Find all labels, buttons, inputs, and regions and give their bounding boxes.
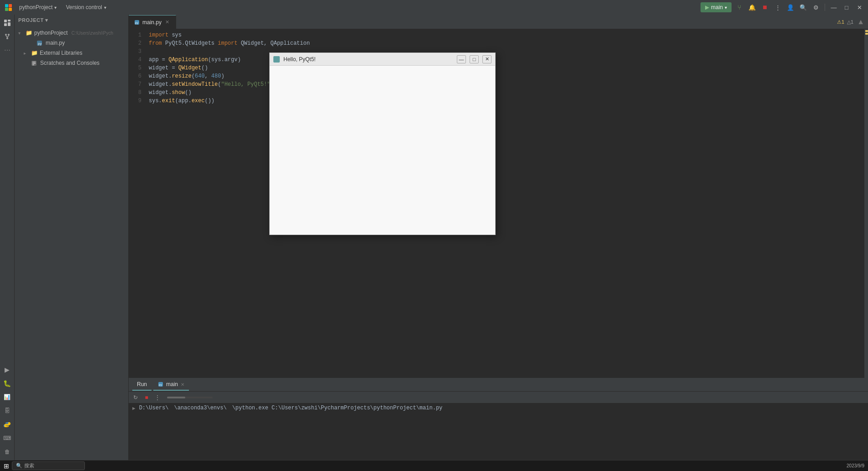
run-label: main [711, 4, 723, 10]
project-name: pythonProject [19, 4, 52, 10]
svg-rect-7 [8, 22, 10, 26]
activity-run-icon[interactable]: ▶ [1, 363, 14, 376]
activity-bar: ⋯ ▶ 🐛 📊 🗄 ⌨ 🗑 [0, 15, 15, 460]
scratches-icon [31, 60, 37, 66]
tab-close-button[interactable]: ✕ [164, 19, 170, 25]
ext-folder-icon: 📁 [31, 50, 38, 56]
editor-area: py main.py ✕ ⚠1 △1 ▲ 1 2 3 4 5 [129, 15, 868, 460]
tree-item-scratches[interactable]: ▸ Scratches and Consoles [15, 58, 128, 68]
activity-delete-icon[interactable]: 🗑 [1, 445, 14, 458]
project-folder-label: pythonProject [34, 30, 68, 36]
svg-text:py: py [159, 383, 162, 387]
horizontal-scrollbar[interactable] [167, 397, 213, 398]
settings-button[interactable]: ⚙ [811, 2, 821, 12]
qt-window-body [270, 66, 495, 235]
activity-terminal-icon[interactable]: ⌨ [1, 432, 14, 445]
qt-close-icon: ✕ [485, 56, 489, 62]
run-tab-close[interactable]: ✕ [181, 382, 184, 387]
run-tab-label: Run [137, 381, 147, 387]
window-close[interactable]: ✕ [854, 2, 864, 12]
activity-project-icon[interactable] [1, 16, 14, 29]
sidebar: Project ▾ ▾ 📁 pythonProject C:\Users\zws… [15, 15, 129, 460]
taskbar-search[interactable]: 🔍 搜索 [12, 461, 85, 470]
run-button[interactable]: ▶ main ▾ [701, 2, 732, 12]
stop-button[interactable]: ■ [760, 2, 770, 12]
code-editor: 1 2 3 4 5 6 7 8 9 import sys from PyQt5.… [129, 29, 864, 378]
svg-rect-4 [4, 20, 7, 22]
window-minimize[interactable]: — [829, 2, 839, 12]
run-tab-py-icon: py [158, 382, 163, 387]
activity-debug-icon[interactable]: 🐛 [1, 377, 14, 390]
svg-point-9 [8, 34, 10, 36]
version-control-menu[interactable]: Version control ▾ [63, 3, 109, 11]
expand-arrow: ▾ [18, 31, 24, 36]
vc-dropdown-icon: ▾ [104, 5, 106, 10]
console-path-mid: \anaconda3\envs\ [174, 405, 226, 411]
qt-titlebar[interactable]: Hello, PyQt5! — □ ✕ [270, 53, 495, 66]
code-content[interactable]: import sys from PyQt5.QtWidgets import Q… [145, 29, 864, 378]
search-button[interactable]: 🔍 [798, 2, 808, 12]
scrollbar-thumb [167, 397, 185, 398]
activity-profiler-icon[interactable]: 📊 [1, 391, 14, 403]
tree-item-main-py[interactable]: ▸ py main.py [15, 38, 128, 48]
stop-icon: ■ [763, 3, 767, 11]
qt-close-button[interactable]: ✕ [482, 55, 492, 63]
file-spacer: ▸ [29, 41, 35, 46]
code-area: 1 2 3 4 5 6 7 8 9 import sys from PyQt5.… [129, 29, 868, 378]
notifications-button[interactable]: 🔔 [747, 2, 757, 12]
qt-maximize-button[interactable]: □ [470, 55, 479, 63]
activity-bar-bottom: ▶ 🐛 📊 🗄 ⌨ 🗑 [1, 363, 14, 458]
svg-rect-0 [5, 4, 8, 7]
maximize-icon: □ [845, 4, 848, 11]
activity-python-icon[interactable] [1, 418, 14, 431]
tab-main-run[interactable]: py main ✕ [153, 379, 189, 391]
expand-gutter-btn[interactable]: ▲ [857, 18, 864, 26]
taskbar-time: 2023/9/9 [847, 463, 864, 468]
more-button[interactable]: ⋮ [773, 2, 783, 12]
console-path-start: D:\Users\ [139, 405, 169, 411]
activity-database-icon[interactable]: 🗄 [1, 404, 14, 417]
start-button[interactable]: ⊞ [4, 462, 9, 470]
settings-icon: ⚙ [813, 4, 819, 11]
svg-text:py: py [135, 21, 139, 25]
line-numbers: 1 2 3 4 5 6 7 8 9 [129, 29, 145, 378]
user-icon: 👤 [787, 4, 794, 11]
close-icon: ✕ [857, 4, 862, 11]
activity-more-icon[interactable]: ⋯ [1, 44, 14, 57]
stop-run-button[interactable]: ■ [141, 392, 152, 403]
tab-python-icon: py [134, 20, 140, 25]
qt-app-icon [273, 56, 280, 63]
editor-tabs: py main.py ✕ ⚠1 △1 ▲ [129, 15, 868, 29]
console-content: ▶ D:\Users\ \anaconda3\envs\ \python.exe… [129, 403, 868, 460]
project-menu[interactable]: pythonProject ▾ [16, 3, 59, 11]
window-maximize[interactable]: □ [842, 2, 852, 12]
tree-item-external-libs[interactable]: ▸ 📁 External Libraries [15, 48, 128, 58]
git-icon-button[interactable]: ⑂ [734, 2, 744, 12]
rerun-button[interactable]: ↻ [131, 392, 141, 403]
tree-item-project[interactable]: ▾ 📁 pythonProject C:\Users\zwshi\Pych [15, 28, 128, 38]
tab-main-py[interactable]: py main.py ✕ [129, 15, 176, 29]
activity-git-icon[interactable] [1, 30, 14, 43]
console-line-1: ▶ D:\Users\ \anaconda3\envs\ \python.exe… [132, 405, 864, 411]
qt-minimize-button[interactable]: — [457, 55, 466, 63]
svg-point-8 [5, 34, 7, 36]
qt-window: Hello, PyQt5! — □ ✕ [269, 52, 496, 235]
main-run-label: main [166, 381, 178, 387]
python-file-icon: py [37, 40, 42, 46]
svg-rect-2 [5, 8, 8, 11]
user-button[interactable]: 👤 [785, 2, 795, 12]
folder-icon: 📁 [26, 30, 32, 36]
search-icon: 🔍 [800, 4, 807, 11]
warning-count: ⚠1 [837, 19, 844, 25]
taskbar-search-icon: 🔍 [16, 463, 22, 469]
gutter-error-mark [865, 33, 868, 35]
more-icon: ⋮ [775, 4, 781, 11]
run-more-button[interactable]: ⋮ [152, 392, 162, 403]
right-gutter [864, 29, 868, 378]
scratches-label: Scratches and Consoles [40, 60, 99, 66]
tab-run[interactable]: Run [132, 379, 152, 391]
bottom-tabs: Run py main ✕ [129, 378, 868, 391]
error-count: △1 [847, 19, 853, 25]
title-bar: pythonProject ▾ Version control ▾ ▶ main… [0, 0, 868, 15]
ext-arrow: ▸ [24, 51, 29, 56]
